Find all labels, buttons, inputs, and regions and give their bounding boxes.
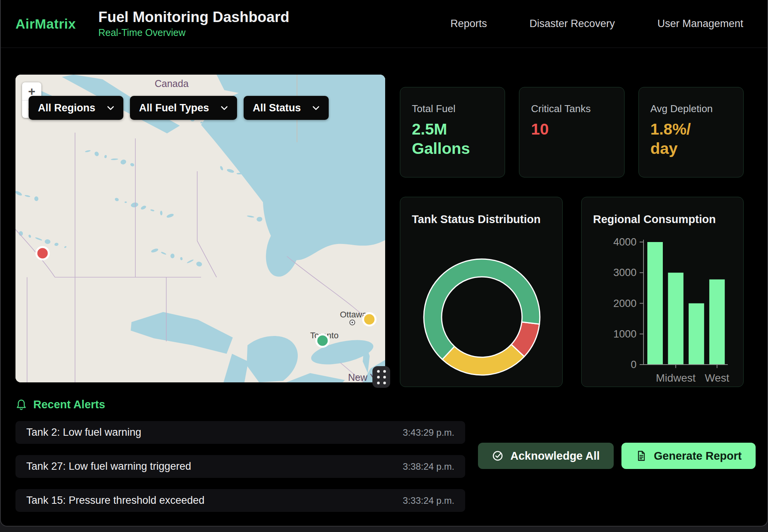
alert-message: Tank 27: Low fuel warning triggered — [26, 460, 191, 472]
fuel-type-filter-value: All Fuel Types — [139, 102, 209, 114]
bell-icon — [15, 399, 27, 411]
alerts-heading-label: Recent Alerts — [33, 398, 105, 411]
map-canvas[interactable]: Canada Ottawa Toronto New York — [15, 75, 385, 382]
nav-item-reports[interactable]: Reports — [451, 18, 487, 30]
chevron-down-icon — [107, 106, 114, 110]
map-svg: Canada Ottawa Toronto New York — [15, 75, 385, 382]
map-panel: Canada Ottawa Toronto New York + — [15, 75, 385, 382]
regional-consumption-bar-chart: 01000200030004000MidwestWest — [582, 197, 744, 387]
tank-marker-warning[interactable] — [363, 313, 375, 326]
tank-status-donut-chart — [416, 251, 548, 383]
alert-time: 3:33:24 p.m. — [403, 495, 454, 506]
chart-title: Tank Status Distribution — [412, 213, 541, 226]
right-column: Total Fuel 2.5MGallons Critical Tanks 10… — [400, 75, 744, 387]
fuel-type-filter-dropdown[interactable]: All Fuel Types — [130, 96, 237, 120]
chevron-down-icon — [221, 106, 228, 110]
region-filter-dropdown[interactable]: All Regions — [29, 96, 123, 120]
alert-list: Tank 2: Low fuel warning 3:43:29 p.m. Ta… — [15, 421, 465, 512]
alert-row[interactable]: Tank 2: Low fuel warning 3:43:29 p.m. — [15, 421, 465, 444]
alert-time: 3:43:29 p.m. — [403, 427, 454, 438]
app-window: AirMatrix Fuel Monitoring Dashboard Real… — [0, 0, 768, 527]
stat-label: Critical Tanks — [531, 103, 612, 115]
stats-row: Total Fuel 2.5MGallons Critical Tanks 10… — [400, 87, 744, 177]
page-subtitle: Real-Time Overview — [98, 27, 289, 38]
stat-value: 10 — [531, 119, 612, 139]
svg-text:West: West — [705, 372, 729, 384]
stat-card-avg-depletion: Avg Depletion 1.8%/day — [638, 87, 744, 177]
alert-row[interactable]: Tank 27: Low fuel warning triggered 3:38… — [15, 455, 465, 478]
map-filter-bar: All Regions All Fuel Types All Status — [29, 96, 329, 120]
map-resize-grip[interactable] — [372, 366, 390, 388]
page-title: Fuel Monitoring Dashboard — [98, 9, 289, 26]
nav-item-disaster-recovery[interactable]: Disaster Recovery — [529, 18, 615, 30]
stat-label: Total Fuel — [412, 103, 493, 115]
generate-report-button[interactable]: Generate Report — [621, 443, 756, 469]
stat-label: Avg Depletion — [650, 103, 732, 115]
stat-card-critical-tanks: Critical Tanks 10 — [519, 87, 624, 177]
main-content: Canada Ottawa Toronto New York + — [1, 75, 767, 387]
stat-card-total-fuel: Total Fuel 2.5MGallons — [400, 87, 505, 177]
tank-status-card: Tank Status Distribution — [400, 197, 563, 387]
stat-value: 1.8%/day — [650, 119, 732, 158]
ottawa-city-icon — [350, 320, 355, 325]
brand-logo: AirMatrix — [15, 16, 76, 32]
svg-text:0: 0 — [630, 359, 636, 370]
check-circle-icon — [492, 450, 503, 462]
main-nav: Reports Disaster Recovery User Managemen… — [451, 18, 750, 30]
alert-message: Tank 15: Pressure threshold exceeded — [26, 494, 205, 506]
chevron-down-icon — [312, 106, 319, 110]
region-filter-value: All Regions — [38, 102, 96, 114]
alert-message: Tank 2: Low fuel warning — [26, 426, 141, 438]
svg-text:1000: 1000 — [613, 328, 636, 340]
header: AirMatrix Fuel Monitoring Dashboard Real… — [1, 0, 767, 48]
tank-marker-normal[interactable] — [316, 334, 329, 347]
stat-value: 2.5MGallons — [412, 119, 493, 158]
recent-alerts-section: Recent Alerts Tank 2: Low fuel warning 3… — [15, 398, 756, 512]
alert-row[interactable]: Tank 15: Pressure threshold exceeded 3:3… — [15, 489, 465, 512]
acknowledge-all-button[interactable]: Acknowledge All — [478, 443, 614, 469]
tank-marker-critical[interactable] — [36, 247, 49, 259]
document-icon — [635, 450, 647, 462]
svg-text:Midwest: Midwest — [656, 372, 696, 384]
alerts-body: Tank 2: Low fuel warning 3:43:29 p.m. Ta… — [15, 421, 756, 512]
svg-text:4000: 4000 — [613, 236, 636, 248]
status-filter-dropdown[interactable]: All Status — [244, 96, 329, 120]
status-filter-value: All Status — [253, 102, 301, 114]
svg-text:2000: 2000 — [613, 298, 636, 309]
alerts-heading: Recent Alerts — [15, 398, 756, 411]
svg-text:3000: 3000 — [613, 267, 636, 278]
alert-time: 3:38:24 p.m. — [403, 461, 454, 472]
alert-actions: Acknowledge All Generate Report — [478, 443, 756, 469]
map-label-canada: Canada — [155, 78, 189, 89]
regional-consumption-card: Regional Consumption 01000200030004000Mi… — [581, 197, 744, 387]
charts-row: Tank Status Distribution Regional Consum… — [400, 197, 744, 387]
title-block: Fuel Monitoring Dashboard Real-Time Over… — [98, 9, 289, 38]
nav-item-user-management[interactable]: User Management — [657, 18, 743, 30]
